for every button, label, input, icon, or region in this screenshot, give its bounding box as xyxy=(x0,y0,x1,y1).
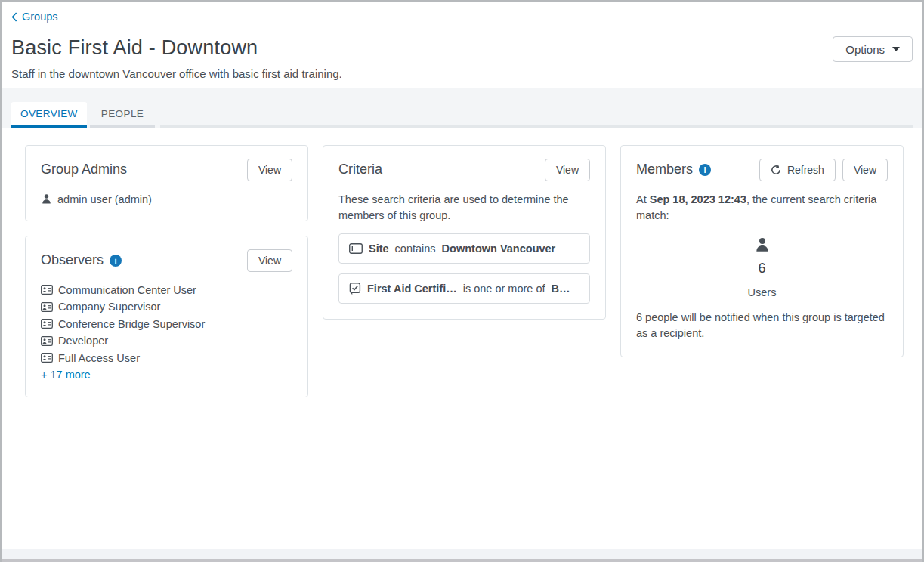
observers-more-link[interactable]: + 17 more xyxy=(41,369,91,381)
observers-card: Observers i View Communication Center Us… xyxy=(25,236,308,398)
criteria-description: These search criteria are used to determ… xyxy=(338,192,590,224)
observers-view-button[interactable]: View xyxy=(247,249,292,272)
text-input-icon xyxy=(349,243,363,254)
column-left: Group Admins View admin user (admin) Obs… xyxy=(25,145,308,398)
window-footer-strip xyxy=(2,549,922,559)
member-count-block: 6 Users xyxy=(636,236,888,298)
criterion-value: B… xyxy=(552,283,570,295)
observer-role-label: Full Access User xyxy=(58,352,140,364)
status-timestamp: Sep 18, 2023 12:43 xyxy=(650,193,746,205)
criterion-operator: is one or more of xyxy=(463,283,545,295)
id-card-icon xyxy=(41,319,53,329)
criteria-card: Criteria View These search criteria are … xyxy=(323,145,606,320)
members-note: 6 people will be notified when this grou… xyxy=(636,310,888,341)
id-card-icon xyxy=(41,285,53,295)
tab-bar: OVERVIEW PEOPLE xyxy=(2,88,922,128)
observer-role-label: Conference Bridge Supervisor xyxy=(58,318,205,330)
app-window: Groups Basic First Aid - Downtown Staff … xyxy=(0,0,924,562)
admin-list-item: admin user (admin) xyxy=(41,193,292,205)
id-card-icon xyxy=(41,336,53,346)
group-admins-view-button[interactable]: View xyxy=(247,159,292,181)
checkbox-icon xyxy=(349,283,361,295)
refresh-icon xyxy=(771,165,781,175)
id-card-icon xyxy=(41,302,53,312)
members-card: Members i Refresh View At Sep 18, 2023 xyxy=(620,145,904,357)
observer-role-item: Conference Bridge Supervisor xyxy=(41,316,292,333)
person-icon xyxy=(41,193,52,205)
caret-down-icon xyxy=(892,47,900,51)
options-button-label: Options xyxy=(845,43,885,56)
observer-role-label: Developer xyxy=(58,335,108,347)
refresh-button-label: Refresh xyxy=(787,164,824,176)
criterion-field: First Aid Certifi… xyxy=(367,283,457,295)
info-circle-icon[interactable]: i xyxy=(699,164,711,176)
observer-role-item: Company Supervisor xyxy=(41,298,292,316)
criteria-view-button[interactable]: View xyxy=(545,159,590,181)
chevron-left-icon xyxy=(11,12,17,22)
group-admins-title: Group Admins xyxy=(41,162,127,178)
criterion-operator: contains xyxy=(395,242,436,255)
members-view-button[interactable]: View xyxy=(842,159,888,181)
person-icon xyxy=(754,236,771,253)
tab-bar-divider xyxy=(160,125,913,128)
breadcrumb-groups-link[interactable]: Groups xyxy=(11,11,58,23)
breadcrumb-label: Groups xyxy=(22,11,58,23)
members-status-text: At Sep 18, 2023 12:43, the current searc… xyxy=(636,192,888,224)
window-footer-bar xyxy=(2,559,922,562)
criterion-value: Downtown Vancouver xyxy=(442,242,556,255)
members-refresh-button[interactable]: Refresh xyxy=(759,159,836,181)
observer-role-list: Communication Center User Company Superv… xyxy=(41,282,292,382)
page-header: Groups Basic First Aid - Downtown Staff … xyxy=(2,2,922,80)
observer-role-label: Communication Center User xyxy=(58,284,196,296)
observers-title: Observers xyxy=(41,252,104,268)
criterion-first-aid: First Aid Certifi… is one or more of B… xyxy=(338,273,590,304)
criterion-site: Site contains Downtown Vancouver xyxy=(338,233,590,264)
member-count: 6 xyxy=(636,261,888,276)
overview-content: Group Admins View admin user (admin) Obs… xyxy=(2,128,922,415)
page-subtitle: Staff in the downtown Vancouver office w… xyxy=(11,67,913,80)
info-circle-icon[interactable]: i xyxy=(110,255,122,267)
member-count-unit: Users xyxy=(636,286,888,298)
criteria-title: Criteria xyxy=(338,162,382,178)
id-card-icon xyxy=(41,353,53,363)
column-middle: Criteria View These search criteria are … xyxy=(323,145,606,320)
observer-role-item: Developer xyxy=(41,332,292,350)
options-button[interactable]: Options xyxy=(833,36,913,62)
tab-overview[interactable]: OVERVIEW xyxy=(11,102,87,128)
criterion-field: Site xyxy=(369,242,389,255)
group-admins-card: Group Admins View admin user (admin) xyxy=(25,145,308,221)
tab-people[interactable]: PEOPLE xyxy=(90,102,155,128)
observer-role-item: Communication Center User xyxy=(41,282,292,299)
observer-role-item: Full Access User xyxy=(41,350,292,367)
column-right: Members i Refresh View At Sep 18, 2023 xyxy=(620,145,904,357)
members-title: Members xyxy=(636,162,693,178)
status-prefix: At xyxy=(636,193,650,205)
page-title: Basic First Aid - Downtown xyxy=(11,36,913,60)
admin-name: admin user (admin) xyxy=(57,193,152,205)
observer-role-label: Company Supervisor xyxy=(58,301,160,313)
